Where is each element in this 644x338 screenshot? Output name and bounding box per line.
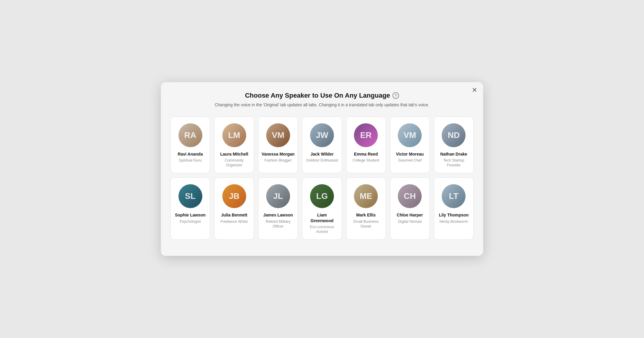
speaker-role-vanessa: Fashion Blogger (264, 158, 292, 163)
speaker-role-ravi: Spiritual Guru (179, 158, 201, 163)
speaker-card-lily[interactable]: LTLily ThompsonNerdy Bookworm (434, 177, 474, 240)
avatar-ravi: RA (178, 123, 202, 147)
avatar-lily: LT (442, 184, 466, 208)
speaker-card-nathan[interactable]: NDNathan DrakeTech Startup Founder (434, 116, 474, 173)
speaker-name-emma: Emma Reed (354, 151, 378, 157)
avatar-chloe: CH (398, 184, 422, 208)
speaker-role-julia: Freelance Writer (221, 219, 248, 224)
speaker-card-jack[interactable]: JWJack WilderOutdoor Enthusiast (302, 116, 342, 173)
speaker-name-james: James Lawson (263, 212, 293, 218)
avatar-james: JL (266, 184, 290, 208)
speaker-name-laura: Laura Mitchell (220, 151, 248, 157)
speaker-name-lily: Lily Thompson (439, 212, 469, 218)
speaker-card-james[interactable]: JLJames LawsonRetired Military Officer (258, 177, 298, 240)
speaker-name-nathan: Nathan Drake (440, 151, 467, 157)
avatar-jack: JW (310, 123, 334, 147)
help-icon[interactable]: ? (392, 92, 399, 99)
speaker-role-jack: Outdoor Enthusiast (306, 158, 338, 163)
speaker-card-vanessa[interactable]: VMVanessa MorganFashion Blogger (258, 116, 298, 173)
speaker-role-victor: Gourmet Chef (398, 158, 422, 163)
avatar-nathan: ND (442, 123, 466, 147)
speakers-grid: RARavi AnandaSpiritual GuruLMLaura Mitch… (170, 116, 474, 240)
speaker-name-chloe: Chloe Harper (397, 212, 423, 218)
speaker-role-emma: College Student (353, 158, 379, 163)
speaker-name-mark: Mark Ellis (356, 212, 375, 218)
speaker-card-ravi[interactable]: RARavi AnandaSpiritual Guru (170, 116, 210, 173)
close-button[interactable]: ✕ (472, 87, 477, 93)
avatar-liam: LG (310, 184, 334, 208)
speaker-role-liam: Eco-conscious Activist (305, 225, 338, 234)
modal-subtitle: Changing the voice in the 'Original' tab… (170, 102, 474, 108)
speaker-card-chloe[interactable]: CHChloe HarperDigital Nomad (390, 177, 430, 240)
speakers-row-2: SLSophie LawsonPsychologistJBJulia Benne… (170, 177, 474, 240)
speaker-role-nathan: Tech Startup Founder (437, 158, 470, 168)
speaker-name-jack: Jack Wilder (310, 151, 334, 157)
avatar-sophie: SL (178, 184, 202, 208)
avatar-emma: ER (354, 123, 378, 147)
speaker-card-emma[interactable]: EREmma ReedCollege Student (346, 116, 386, 173)
speaker-role-james: Retired Military Officer (261, 219, 295, 229)
speakers-row-1: RARavi AnandaSpiritual GuruLMLaura Mitch… (170, 116, 474, 173)
modal-title: Choose Any Speaker to Use On Any Languag… (170, 92, 474, 99)
avatar-victor: VM (398, 123, 422, 147)
avatar-mark: ME (354, 184, 378, 208)
speaker-name-ravi: Ravi Ananda (178, 151, 203, 157)
speaker-name-vanessa: Vanessa Morgan (262, 151, 295, 157)
speaker-card-liam[interactable]: LGLiam GreenwoodEco-conscious Activist (302, 177, 342, 240)
speaker-card-mark[interactable]: MEMark EllisSmall Business Owner (346, 177, 386, 240)
avatar-julia: JB (222, 184, 246, 208)
speaker-name-victor: Victor Moreau (396, 151, 424, 157)
speaker-card-julia[interactable]: JBJulia BennettFreelance Writer (214, 177, 254, 240)
speaker-card-laura[interactable]: LMLaura MitchellCommunity Organizer (214, 116, 254, 173)
speaker-role-laura: Community Organizer (218, 158, 251, 168)
speaker-selection-modal: ✕ Choose Any Speaker to Use On Any Langu… (161, 82, 483, 256)
avatar-vanessa: VM (266, 123, 290, 147)
speaker-name-julia: Julia Bennett (221, 212, 247, 218)
avatar-laura: LM (222, 123, 246, 147)
speaker-card-sophie[interactable]: SLSophie LawsonPsychologist (170, 177, 210, 240)
speaker-role-sophie: Psychologist (180, 219, 201, 224)
speaker-card-victor[interactable]: VMVictor MoreauGourmet Chef (390, 116, 430, 173)
speaker-name-sophie: Sophie Lawson (175, 212, 206, 218)
speaker-role-chloe: Digital Nomad (398, 219, 422, 224)
speaker-role-mark: Small Business Owner (349, 219, 383, 229)
speaker-name-liam: Liam Greenwood (305, 212, 338, 223)
speaker-role-lily: Nerdy Bookworm (439, 219, 468, 224)
